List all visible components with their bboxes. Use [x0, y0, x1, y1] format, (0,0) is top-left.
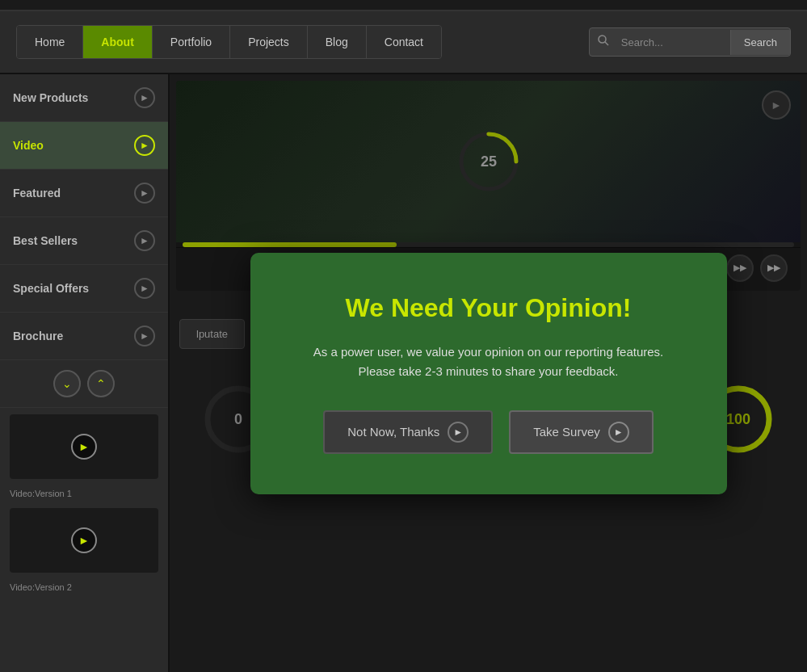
- video-thumb-2[interactable]: ►: [10, 508, 158, 573]
- svg-point-0: [599, 36, 606, 43]
- modal-overlay: We Need Your Opinion! As a power user, w…: [170, 74, 807, 672]
- modal: We Need Your Opinion! As a power user, w…: [250, 253, 727, 494]
- search-button[interactable]: Search: [730, 30, 790, 55]
- svg-line-1: [605, 42, 608, 45]
- take-survey-arrow-icon: ►: [608, 422, 629, 443]
- search-input[interactable]: [617, 30, 730, 55]
- content-area: 25 ► ◀◀ ◀◀ ▶ ■ ▮▮ ▶▶ ▶▶ lputate 100: [170, 74, 807, 672]
- main-content: New Products ► Video ► Featured ► Best S…: [0, 74, 807, 672]
- not-now-label: Not Now, Thanks: [347, 425, 439, 439]
- sidebar-item-special-offers[interactable]: Special Offers ►: [0, 265, 168, 313]
- modal-body: As a power user, we value your opinion o…: [299, 342, 679, 381]
- sidebar-arrow-best-sellers: ►: [134, 230, 155, 251]
- nav-tab-portfolio[interactable]: Portfolio: [153, 26, 230, 58]
- sidebar-item-new-products[interactable]: New Products ►: [0, 74, 168, 122]
- nav-tab-about[interactable]: About: [83, 26, 152, 58]
- scroll-up-button[interactable]: ⌃: [87, 370, 115, 397]
- video-thumb-1[interactable]: ►: [10, 414, 158, 479]
- sidebar-arrow-special-offers: ►: [134, 278, 155, 299]
- play-icon-2: ►: [71, 527, 97, 553]
- not-now-button[interactable]: Not Now, Thanks ►: [323, 410, 493, 454]
- modal-buttons: Not Now, Thanks ► Take Survey ►: [299, 410, 679, 454]
- search-icon: [590, 28, 617, 56]
- scroll-down-button[interactable]: ⌄: [53, 370, 81, 397]
- sidebar-controls: ⌄ ⌃: [0, 360, 168, 408]
- sidebar-item-video[interactable]: Video ►: [0, 122, 168, 170]
- nav-tabs: Home About Portfolio Projects Blog Conta…: [16, 25, 442, 59]
- play-icon-1: ►: [71, 434, 97, 460]
- sidebar: New Products ► Video ► Featured ► Best S…: [0, 74, 170, 672]
- sidebar-label-featured: Featured: [13, 187, 61, 200]
- nav-tab-contact[interactable]: Contact: [367, 26, 441, 58]
- header: Home About Portfolio Projects Blog Conta…: [0, 11, 807, 74]
- top-bar: [0, 0, 807, 11]
- sidebar-label-special-offers: Special Offers: [13, 282, 89, 295]
- sidebar-arrow-brochure: ►: [134, 326, 155, 346]
- nav-tab-projects[interactable]: Projects: [230, 26, 308, 58]
- search-area: Search: [589, 27, 791, 57]
- sidebar-item-brochure[interactable]: Brochure ►: [0, 313, 168, 360]
- take-survey-button[interactable]: Take Survey ►: [509, 410, 654, 454]
- sidebar-label-best-sellers: Best Sellers: [13, 234, 78, 247]
- sidebar-label-brochure: Brochure: [13, 330, 63, 342]
- nav-tab-blog[interactable]: Blog: [308, 26, 367, 58]
- sidebar-item-best-sellers[interactable]: Best Sellers ►: [0, 217, 168, 265]
- modal-title: We Need Your Opinion!: [299, 293, 679, 323]
- modal-body-line1: As a power user, we value your opinion o…: [313, 345, 664, 359]
- sidebar-label-new-products: New Products: [13, 91, 88, 104]
- sidebar-arrow-video: ►: [134, 135, 155, 156]
- not-now-arrow-icon: ►: [448, 422, 469, 443]
- video-label-1: Video:Version 1: [0, 485, 168, 502]
- sidebar-arrow-featured: ►: [134, 183, 155, 204]
- video-label-2: Video:Version 2: [0, 579, 168, 595]
- modal-body-line2: Please take 2-3 minutes to share your fe…: [359, 364, 619, 378]
- take-survey-label: Take Survey: [533, 425, 600, 439]
- sidebar-arrow-new-products: ►: [134, 87, 155, 108]
- sidebar-label-video: Video: [13, 139, 44, 152]
- nav-tab-home[interactable]: Home: [17, 26, 83, 58]
- sidebar-item-featured[interactable]: Featured ►: [0, 170, 168, 217]
